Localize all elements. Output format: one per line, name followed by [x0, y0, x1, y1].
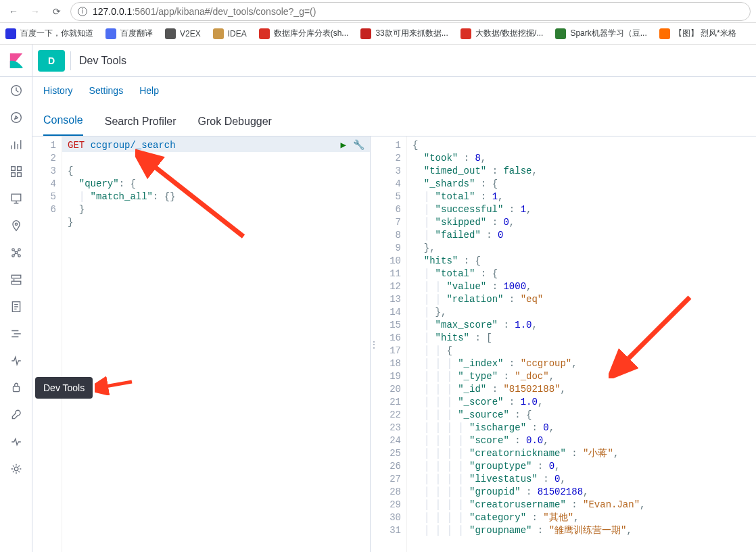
bookmark-favicon — [460, 28, 471, 39]
uptime-icon[interactable] — [0, 347, 32, 374]
request-editor[interactable]: ▶ 🔧 123456 GET ccgroup/_search { "query"… — [32, 136, 370, 552]
bookmark-favicon — [5, 28, 16, 39]
bookmark-label: IDEA — [228, 29, 247, 39]
svg-point-1 — [11, 113, 21, 123]
url-text: 127.0.0.1:5601/app/kibana#/dev_tools/con… — [93, 6, 316, 17]
canvas-icon[interactable] — [0, 185, 32, 212]
nav-reload-button[interactable]: ⟳ — [49, 3, 65, 20]
dev-tools-icon[interactable] — [0, 401, 32, 428]
bookmark-label: V2EX — [180, 29, 201, 39]
svg-point-7 — [15, 223, 17, 225]
svg-rect-4 — [11, 173, 15, 177]
svg-rect-13 — [11, 275, 21, 278]
siem-icon[interactable] — [0, 374, 32, 401]
bookmarks-bar: 百度一下，你就知道百度翻译V2EXIDEA数据库分库分表(sh...33款可用来… — [0, 23, 756, 45]
bookmark-favicon — [105, 28, 116, 39]
request-gutter: 123456 — [32, 136, 62, 552]
nav-forward-button[interactable]: → — [27, 3, 43, 20]
recent-icon[interactable] — [0, 77, 32, 104]
svg-rect-6 — [11, 194, 21, 201]
svg-rect-5 — [17, 173, 21, 177]
bookmark-item[interactable]: 【图】 烈风*米格 — [659, 28, 736, 39]
help-link[interactable]: Help — [139, 85, 159, 96]
discover-icon[interactable] — [0, 104, 32, 131]
wrench-icon[interactable]: 🔧 — [353, 139, 364, 151]
bookmark-item[interactable]: 33款可用来抓数据... — [360, 28, 448, 39]
apm-icon[interactable] — [0, 320, 32, 347]
svg-rect-14 — [11, 281, 21, 284]
site-info-icon[interactable]: i — [78, 7, 87, 16]
bookmark-label: 大数据/数据挖掘/... — [475, 28, 544, 39]
sidebar-tooltip: Dev Tools — [35, 377, 93, 399]
bookmark-item[interactable]: 百度一下，你就知道 — [5, 28, 93, 39]
bookmark-favicon — [360, 28, 371, 39]
menu-row: History Settings Help — [32, 77, 756, 104]
maps-icon[interactable] — [0, 212, 32, 239]
bookmark-favicon — [213, 28, 224, 39]
response-editor[interactable]: 1234567891011121314151617181920212223242… — [377, 136, 756, 552]
infra-icon[interactable] — [0, 266, 32, 293]
bookmark-favicon — [165, 28, 176, 39]
page-title: Dev Tools — [79, 55, 126, 67]
svg-rect-2 — [11, 167, 15, 171]
main-area: D Dev Tools History Settings Help Consol… — [32, 45, 756, 552]
visualize-icon[interactable] — [0, 131, 32, 158]
history-link[interactable]: History — [43, 85, 73, 96]
kibana-logo[interactable] — [0, 45, 32, 77]
management-icon[interactable] — [0, 455, 32, 482]
settings-link[interactable]: Settings — [89, 85, 124, 96]
browser-toolbar: ← → ⟳ i 127.0.0.1:5601/app/kibana#/dev_t… — [0, 0, 756, 23]
bookmark-favicon — [659, 28, 670, 39]
dashboard-icon[interactable] — [0, 158, 32, 185]
tab-search-profiler[interactable]: Search Profiler — [105, 116, 176, 136]
bookmark-item[interactable]: 大数据/数据挖掘/... — [460, 28, 544, 39]
bookmark-label: 百度翻译 — [120, 28, 153, 39]
bookmark-label: 数据库分库分表(sh... — [274, 28, 349, 39]
bookmark-label: 百度一下，你就知道 — [20, 28, 93, 39]
pane-resize-handle[interactable]: ⋮ — [371, 136, 377, 552]
bookmark-item[interactable]: 百度翻译 — [105, 28, 153, 39]
svg-point-17 — [14, 467, 18, 471]
bookmark-favicon — [555, 28, 566, 39]
kibana-sidebar — [0, 45, 32, 552]
response-pane: 1234567891011121314151617181920212223242… — [377, 136, 756, 552]
bookmark-item[interactable]: IDEA — [213, 28, 247, 39]
logs-icon[interactable] — [0, 293, 32, 320]
bookmark-item[interactable]: V2EX — [165, 28, 201, 39]
ml-icon[interactable] — [0, 239, 32, 266]
app-tile: D — [38, 50, 65, 72]
tabs: Console Search Profiler Grok Debugger — [32, 104, 756, 136]
run-button[interactable]: ▶ — [341, 139, 346, 151]
bookmark-label: 33款可用来抓数据... — [375, 28, 448, 39]
bookmark-item[interactable]: 数据库分库分表(sh... — [259, 28, 349, 39]
topbar: D Dev Tools — [32, 45, 756, 77]
response-code: { "took" : 8, "timed_out" : false, "_sha… — [407, 136, 756, 552]
response-gutter: 1234567891011121314151617181920212223242… — [377, 136, 407, 552]
nav-back-button[interactable]: ← — [5, 3, 22, 20]
bookmark-item[interactable]: Spark机器学习（豆... — [555, 28, 646, 39]
bookmark-favicon — [259, 28, 270, 39]
bookmark-label: 【图】 烈风*米格 — [674, 28, 736, 39]
svg-rect-16 — [13, 386, 19, 392]
tab-grok-debugger[interactable]: Grok Debugger — [198, 116, 272, 136]
monitoring-icon[interactable] — [0, 428, 32, 455]
request-pane: ▶ 🔧 123456 GET ccgroup/_search { "query"… — [32, 136, 371, 552]
tab-console[interactable]: Console — [43, 114, 83, 136]
bookmark-label: Spark机器学习（豆... — [570, 28, 646, 39]
svg-rect-3 — [17, 167, 21, 171]
url-bar[interactable]: i 127.0.0.1:5601/app/kibana#/dev_tools/c… — [70, 2, 751, 21]
console-panes: ▶ 🔧 123456 GET ccgroup/_search { "query"… — [32, 136, 756, 552]
request-code[interactable]: GET ccgroup/_search { "query": { │ "matc… — [62, 136, 370, 552]
